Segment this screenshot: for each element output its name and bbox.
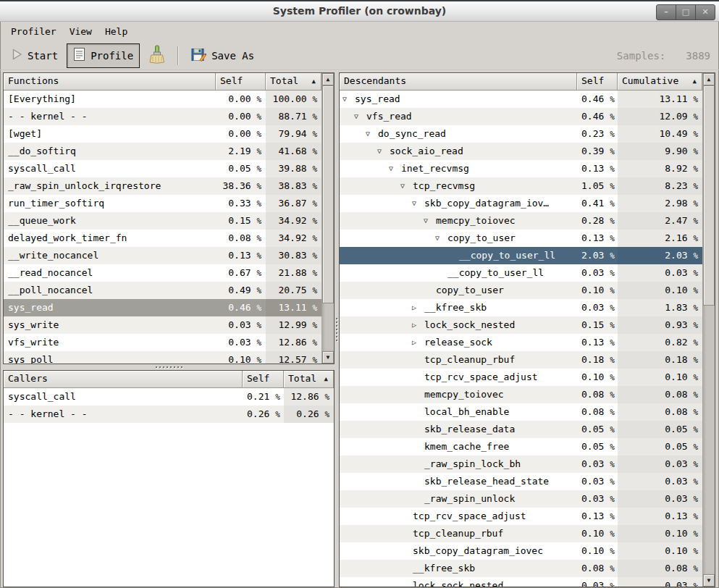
expander-closed-icon[interactable]: ▷ — [412, 334, 424, 351]
profile-toggle-button[interactable]: Profile — [67, 43, 140, 68]
descendant-tree-row[interactable]: tcp_cleanup_rbuf0.10 %0.10 % — [340, 525, 702, 542]
descendants-self-column-header[interactable]: Self — [577, 73, 618, 91]
function-row[interactable]: __write_nocancel0.13 %30.83 % — [4, 247, 321, 264]
descendant-tree-row[interactable]: ▽sys_read0.46 %13.11 % — [340, 91, 702, 108]
descendant-tree-row[interactable]: __copy_to_user_ll2.03 %2.03 % — [340, 247, 702, 264]
functions-scrollbar-thumb[interactable] — [322, 85, 334, 303]
descendant-tree-row[interactable]: memcpy_toiovec0.08 %0.08 % — [340, 386, 702, 403]
samples-label: Samples: — [617, 50, 665, 62]
expander-open-icon[interactable]: ▽ — [424, 212, 436, 230]
descendant-tree-row[interactable]: skb_release_head_state0.03 %0.03 % — [340, 473, 702, 490]
total-percent-cell: 30.83 % — [266, 247, 321, 264]
expander-open-icon[interactable]: ▽ — [389, 160, 401, 177]
descendant-tree-row[interactable]: ▷__kfree_skb0.03 %1.83 % — [340, 299, 702, 316]
function-row[interactable]: __read_nocancel0.67 %21.88 % — [4, 264, 321, 282]
menu-help[interactable]: Help — [98, 24, 134, 39]
descendant-tree-row[interactable]: ▽vfs_read0.46 %12.09 % — [340, 108, 702, 125]
descendant-tree-row[interactable]: _raw_spin_lock_bh0.03 %0.03 % — [340, 455, 702, 473]
descendant-tree-row[interactable]: __copy_to_user_ll0.03 %0.03 % — [340, 264, 702, 282]
scroll-up-button[interactable]: ▲ — [322, 73, 334, 85]
descendant-tree-row[interactable]: ▽skb_copy_datagram_iov…0.41 %2.98 % — [340, 195, 702, 212]
descendant-tree-row[interactable]: lock_sock_nested0.03 %0.03 % — [340, 577, 702, 587]
self-percent-cell: 0.00 % — [216, 108, 266, 125]
function-row[interactable]: syscall_call0.05 %39.88 % — [4, 160, 321, 177]
menu-profiler[interactable]: Profiler — [4, 24, 63, 39]
descendant-tree-row[interactable]: _raw_spin_unlock0.03 %0.03 % — [340, 490, 702, 508]
menu-view[interactable]: View — [63, 24, 98, 39]
save-as-button[interactable]: Save As — [185, 43, 260, 68]
expander-closed-icon[interactable]: ▷ — [412, 299, 424, 316]
descendant-tree-row[interactable]: ▽copy_to_user0.13 %2.16 % — [340, 230, 702, 247]
percent-sign: % — [610, 512, 615, 521]
descendant-tree-row[interactable]: ▷release_sock0.13 %0.82 % — [340, 334, 702, 351]
descendant-tree-row[interactable]: tcp_rcv_space_adjust0.13 %0.13 % — [340, 508, 702, 525]
horizontal-pane-splitter[interactable] — [3, 364, 335, 370]
titlebar[interactable]: System Profiler (on crownbay) – □ ✕ — [0, 0, 719, 22]
descendant-tree-row[interactable]: __kfree_skb0.08 %0.08 % — [340, 560, 702, 577]
descendant-tree-row[interactable]: ▽inet_recvmsg0.13 %8.92 % — [340, 160, 702, 177]
descendants-scrollbar-thumb[interactable] — [703, 85, 715, 306]
descendant-name-label: kmem_cache_free — [424, 438, 509, 455]
scroll-down-button[interactable]: ▼ — [322, 351, 334, 364]
function-row[interactable]: sys_poll0.10 %12.57 % — [4, 351, 321, 364]
callers-total-column-header[interactable]: Total ▲ — [284, 371, 334, 388]
percent-sign: % — [693, 460, 698, 469]
functions-scrollbar-trough[interactable] — [322, 85, 334, 351]
descendant-tree-row[interactable]: copy_to_user0.10 %0.10 % — [340, 282, 702, 299]
descendant-tree-row[interactable]: tcp_rcv_space_adjust0.10 %0.10 % — [340, 369, 702, 386]
function-row[interactable]: - - kernel - -0.00 %88.71 % — [4, 108, 321, 125]
function-row[interactable]: __do_softirq2.19 %41.68 % — [4, 143, 321, 160]
expander-open-icon[interactable]: ▽ — [354, 108, 366, 125]
function-row[interactable]: _raw_spin_unlock_irqrestore38.36 %38.83 … — [4, 177, 321, 195]
expander-open-icon[interactable]: ▽ — [342, 91, 355, 108]
function-row[interactable]: delayed_work_timer_fn0.08 %34.92 % — [4, 230, 321, 247]
descendant-tree-row[interactable]: ▽do_sync_read0.23 %10.49 % — [340, 125, 702, 143]
total-percent-cell: 88.71 % — [266, 108, 321, 125]
descendant-tree-row[interactable]: tcp_cleanup_rbuf0.18 %0.18 % — [340, 351, 702, 369]
functions-column-header[interactable]: Functions — [4, 73, 216, 91]
self-percent-cell: 0.03 % — [216, 316, 266, 334]
splitter-grip-dot — [336, 329, 337, 330]
start-button[interactable]: Start — [6, 43, 64, 68]
function-row[interactable]: sys_write0.03 %12.99 % — [4, 316, 321, 334]
functions-total-column-header[interactable]: Total ▲ — [266, 73, 321, 91]
caller-row[interactable]: syscall_call0.21 %12.86 % — [4, 388, 334, 406]
function-row[interactable]: __poll_nocancel0.49 %20.75 % — [4, 282, 321, 299]
expander-open-icon[interactable]: ▽ — [400, 177, 413, 195]
descendant-tree-row[interactable]: ▽sock_aio_read0.39 %9.90 % — [340, 143, 702, 160]
function-row[interactable]: vfs_write0.03 %12.86 % — [4, 334, 321, 351]
descendant-name-label: do_sync_read — [378, 125, 446, 143]
descendant-tree-row[interactable]: skb_release_data0.05 %0.05 % — [340, 421, 702, 438]
descendant-name-cell: memcpy_toiovec — [340, 386, 577, 403]
callers-self-column-header[interactable]: Self — [243, 371, 284, 388]
caller-row[interactable]: - - kernel - -0.26 %0.26 % — [4, 406, 334, 423]
expander-open-icon[interactable]: ▽ — [435, 230, 447, 247]
function-row[interactable]: sys_read0.46 %13.11 % — [4, 299, 321, 316]
descendant-tree-row[interactable]: ▽memcpy_toiovec0.28 %2.47 % — [340, 212, 702, 230]
descendant-tree-row[interactable]: kmem_cache_free0.05 %0.05 % — [340, 438, 702, 455]
function-row[interactable]: [Everything]0.00 %100.00 % — [4, 91, 321, 108]
descendants-scrollbar-trough[interactable] — [703, 85, 715, 574]
close-button[interactable]: ✕ — [695, 4, 715, 20]
descendant-tree-row[interactable]: ▷lock_sock_nested0.15 %0.93 % — [340, 316, 702, 334]
expander-open-icon[interactable]: ▽ — [366, 125, 378, 143]
minimize-button[interactable]: – — [656, 4, 676, 20]
descendants-column-header[interactable]: Descendants — [340, 73, 577, 91]
function-row[interactable]: run_timer_softirq0.33 %36.87 % — [4, 195, 321, 212]
expander-open-icon[interactable]: ▽ — [377, 143, 390, 160]
function-row[interactable]: __queue_work0.15 %34.92 % — [4, 212, 321, 230]
expander-closed-icon[interactable]: ▷ — [412, 316, 424, 334]
reset-button[interactable] — [143, 43, 171, 68]
callers-column-header[interactable]: Callers — [4, 371, 243, 388]
descendant-tree-row[interactable]: local_bh_enable0.08 %0.08 % — [340, 403, 702, 421]
descendant-tree-row[interactable]: ▽tcp_recvmsg1.05 %8.23 % — [340, 177, 702, 195]
functions-self-column-header[interactable]: Self — [216, 73, 266, 91]
scroll-down-button[interactable]: ▼ — [703, 574, 715, 587]
maximize-button[interactable]: □ — [676, 4, 696, 20]
expander-open-icon[interactable]: ▽ — [412, 195, 424, 212]
save-as-label: Save As — [211, 50, 254, 62]
function-row[interactable]: [wget]0.00 %79.94 % — [4, 125, 321, 143]
scroll-up-button[interactable]: ▲ — [703, 73, 715, 85]
descendant-tree-row[interactable]: skb_copy_datagram_iovec0.10 %0.10 % — [340, 542, 702, 560]
descendants-cumulative-column-header[interactable]: Cumulative ▲ — [618, 73, 702, 91]
